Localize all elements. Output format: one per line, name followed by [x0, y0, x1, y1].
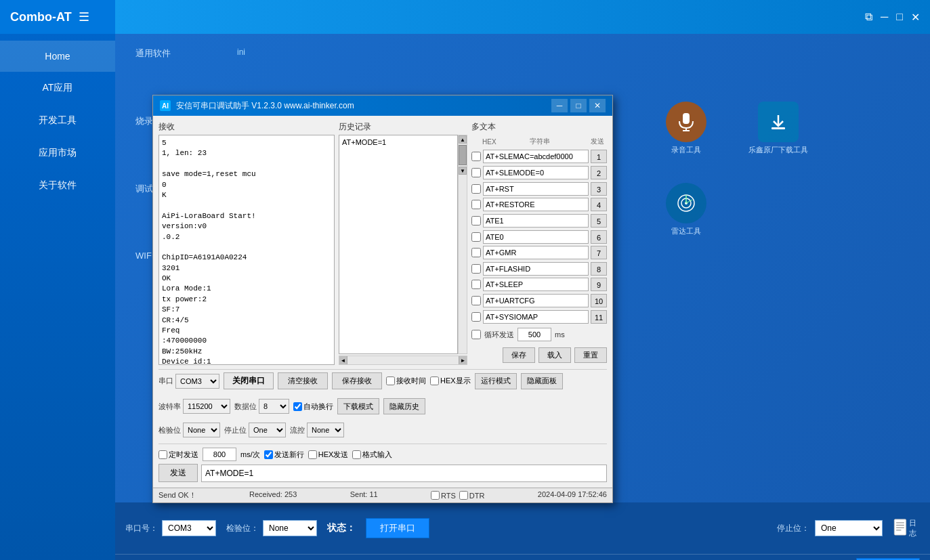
multi-send-8[interactable]: 8: [591, 262, 607, 276]
multi-send-10[interactable]: 10: [591, 294, 607, 307]
recv-time-chk[interactable]: 接收时间: [386, 376, 426, 386]
multi-send-9[interactable]: 9: [591, 278, 607, 291]
run-mode-button[interactable]: 运行模式: [475, 373, 517, 389]
multi-input-11[interactable]: [483, 310, 589, 324]
timed-send-chk[interactable]: 定时发送: [158, 450, 198, 460]
recv-textarea[interactable]: 5 1, len: 23 save mode=1,reset mcu 0 K A…: [158, 135, 335, 365]
send-button[interactable]: 发送: [158, 464, 198, 482]
open-port-button[interactable]: 打开串口: [366, 518, 429, 538]
new-line-chk[interactable]: 发送新行: [264, 450, 304, 460]
data-select-dialog[interactable]: 8: [259, 399, 289, 414]
parity-select-dialog[interactable]: None: [183, 423, 220, 437]
parity-select[interactable]: None: [263, 520, 317, 536]
multi-input-1[interactable]: [483, 150, 589, 163]
timed-send-input[interactable]: [203, 448, 236, 461]
send-input-field[interactable]: [201, 465, 607, 482]
sidebar-item-about[interactable]: 关于软件: [0, 169, 115, 202]
multi-chk-7[interactable]: [471, 248, 481, 257]
bg-recorder-icon: 录音工具: [666, 102, 706, 155]
hist-label: 历史记录: [339, 121, 467, 133]
multi-send-11[interactable]: 11: [591, 310, 607, 324]
save-button[interactable]: 保存: [503, 347, 535, 363]
hex-send-chk[interactable]: HEX发送: [308, 450, 349, 460]
loop-send-checkbox[interactable]: [471, 330, 481, 339]
sidebar-item-market[interactable]: 应用市场: [0, 137, 115, 169]
multi-chk-3[interactable]: [471, 184, 481, 194]
rts-chk[interactable]: RTS: [431, 491, 456, 500]
load-button[interactable]: 载入: [538, 347, 571, 363]
at-dialog[interactable]: AI 安信可串口调试助手 V1.2.3.0 www.ai-thinker.com…: [152, 95, 613, 503]
parity-field: 检验位： None: [226, 520, 317, 536]
stop-select-dialog[interactable]: One: [249, 423, 286, 437]
multi-chk-2[interactable]: [471, 168, 481, 177]
hex-display-chk[interactable]: HEX显示: [430, 376, 471, 386]
dialog-maximize[interactable]: □: [570, 99, 587, 112]
multi-input-3[interactable]: [483, 182, 589, 196]
multi-send-4[interactable]: 4: [591, 198, 607, 211]
restore-icon[interactable]: ⧉: [865, 11, 872, 23]
flow-select-dialog[interactable]: None: [307, 423, 344, 437]
hist-scrollbar[interactable]: ▲ ▼: [458, 135, 467, 354]
scroll-up[interactable]: ▲: [459, 135, 467, 144]
multi-input-9[interactable]: [483, 278, 589, 291]
close-icon[interactable]: ✕: [911, 11, 920, 24]
dialog-minimize[interactable]: ─: [551, 99, 568, 112]
stop-select[interactable]: One: [815, 520, 883, 536]
multi-input-6[interactable]: [483, 230, 589, 244]
open-close-button[interactable]: 关闭串口: [224, 372, 274, 389]
minimize-icon[interactable]: ─: [881, 11, 888, 23]
loop-send-label: 循环发送: [484, 330, 514, 340]
port-select[interactable]: COM3: [162, 520, 216, 536]
multi-send-2[interactable]: 2: [591, 166, 607, 179]
multi-send-5[interactable]: 5: [591, 214, 607, 228]
dtr-chk[interactable]: DTR: [459, 491, 485, 500]
scroll-down[interactable]: ▼: [459, 167, 467, 175]
svg-rect-9: [894, 519, 906, 535]
loop-send-input[interactable]: [517, 328, 551, 341]
reset-button[interactable]: 重置: [574, 347, 607, 363]
multi-input-4[interactable]: [483, 198, 589, 211]
log-icon[interactable]: 日志: [893, 508, 920, 548]
multi-chk-8[interactable]: [471, 264, 481, 274]
scroll-thumb[interactable]: [459, 145, 467, 165]
multi-chk-1[interactable]: [471, 152, 481, 161]
maximize-icon[interactable]: □: [896, 11, 903, 23]
top-bar-icons: ⧉ ─ □ ✕: [865, 11, 920, 24]
sidebar-item-at[interactable]: AT应用: [0, 72, 115, 104]
multi-chk-11[interactable]: [471, 312, 481, 322]
multi-send-3[interactable]: 3: [591, 182, 607, 196]
hist-hscroll[interactable]: ◄ ►: [339, 356, 467, 365]
multi-chk-5[interactable]: [471, 216, 481, 225]
sidebar-item-devtools[interactable]: 开发工具: [0, 104, 115, 137]
sidebar-item-home[interactable]: Home: [0, 41, 115, 72]
port-config-row: 串口 COM3 关闭串口 清空接收 保存接收 接收时间 HEX显示: [158, 369, 607, 392]
format-input-chk[interactable]: 格式输入: [352, 450, 392, 460]
multi-input-5[interactable]: [483, 214, 589, 228]
multi-send-1[interactable]: 1: [591, 150, 607, 163]
multi-input-7[interactable]: [483, 246, 589, 259]
multi-chk-9[interactable]: [471, 280, 481, 289]
download-mode-button[interactable]: 下载模式: [337, 398, 379, 414]
sidebar-logo: Combo-AT: [10, 10, 72, 24]
save-recv-button[interactable]: 保存接收: [332, 372, 382, 389]
hide-hist-button[interactable]: 隐藏历史: [383, 398, 425, 414]
clear-recv-button[interactable]: 清空接收: [278, 372, 328, 389]
baud-select-dialog[interactable]: 115200: [183, 399, 230, 414]
hist-content[interactable]: AT+MODE=1: [339, 135, 458, 354]
multi-input-2[interactable]: [483, 166, 589, 179]
multi-chk-4[interactable]: [471, 200, 481, 209]
multi-send-6[interactable]: 6: [591, 230, 607, 244]
multi-input-10[interactable]: [483, 294, 589, 307]
auto-wrap-chk[interactable]: 自动换行: [293, 402, 333, 412]
multi-chk-6[interactable]: [471, 232, 481, 242]
dialog-close[interactable]: ✕: [589, 99, 606, 112]
stop-label-dialog: 停止位: [224, 425, 247, 435]
port-select-dialog[interactable]: COM3: [175, 374, 219, 389]
multi-input-8[interactable]: [483, 262, 589, 276]
control-row3: 检验位 None 停止位 One 流控 None: [158, 421, 607, 439]
send-area: 定时发送 ms/次 发送新行 HEX发送: [158, 444, 607, 482]
hide-panel-button[interactable]: 隐藏面板: [521, 373, 563, 389]
multi-send-7[interactable]: 7: [591, 246, 607, 259]
multi-chk-10[interactable]: [471, 296, 481, 305]
menu-icon[interactable]: ☰: [79, 9, 89, 24]
